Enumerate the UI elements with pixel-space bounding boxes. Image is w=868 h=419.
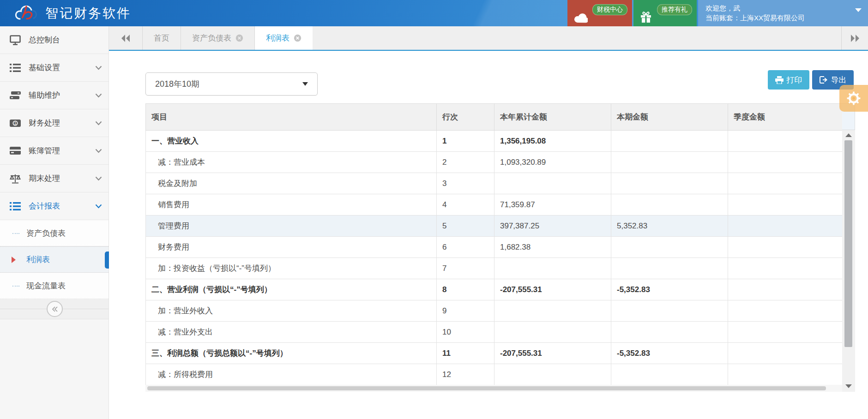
current-cell (611, 258, 728, 279)
table-row[interactable]: 加：营业外收入9 (146, 300, 843, 322)
ytd-cell: 1,356,195.08 (494, 131, 611, 152)
sidebar-item-balance-sheet[interactable]: 资产负债表 (0, 220, 108, 246)
tab-income-statement[interactable]: 利润表 (254, 26, 313, 50)
item-cell: 税金及附加 (146, 173, 437, 194)
tabs-scroll-right-button[interactable] (841, 26, 868, 50)
report-list-icon (9, 202, 21, 211)
line-cell: 7 (437, 258, 494, 279)
chevron-down-icon (95, 204, 102, 209)
current-cell (611, 194, 728, 215)
tabs-scroll-left-button[interactable] (109, 26, 142, 50)
tab-home[interactable]: 首页 (142, 26, 181, 50)
scroll-down-arrow-icon[interactable] (845, 384, 852, 388)
print-button[interactable]: 打印 (768, 70, 809, 90)
ytd-cell (494, 258, 611, 279)
ytd-cell: -207,555.31 (494, 279, 611, 300)
item-cell: 减：营业成本 (146, 152, 437, 173)
sidebar-item-label: 会计报表 (29, 201, 95, 211)
current-cell (611, 300, 728, 322)
scrollbar-track[interactable] (842, 130, 855, 392)
sidebar-item-accounting-reports[interactable]: 会计报表 (0, 192, 108, 220)
line-cell: 12 (437, 364, 494, 385)
sidebar-item-basic-settings[interactable]: 基础设置 (0, 54, 108, 82)
ytd-cell: -207,555.31 (494, 343, 611, 364)
table-row[interactable]: 减：所得税费用12 (146, 364, 843, 385)
selected-caret-icon (12, 257, 16, 263)
horizontal-scrollbar-thumb[interactable] (147, 386, 826, 390)
tab-label: 首页 (154, 33, 169, 43)
sidebar-item-income-statement[interactable]: 利润表 (0, 246, 108, 273)
tab-balance-sheet[interactable]: 资产负债表 (181, 26, 254, 50)
settings-gear-button[interactable] (839, 85, 868, 112)
sidebar-item-cash-flow[interactable]: 现金流量表 (0, 273, 108, 299)
chevron-down-icon (95, 66, 102, 70)
current-cell (611, 237, 728, 258)
table-row[interactable]: 减：营业外支出10 (146, 322, 843, 343)
period-select[interactable]: 2018年10期 (145, 72, 318, 96)
tab-label: 利润表 (266, 33, 289, 43)
column-header-item: 项目 (146, 104, 437, 131)
line-cell: 5 (437, 215, 494, 237)
current-cell (611, 364, 728, 385)
sidebar-item-label: 期末处理 (29, 173, 95, 184)
table-row[interactable]: 税金及附加3 (146, 173, 843, 194)
svg-text:1: 1 (14, 121, 16, 126)
income-statement-table: 项目 行次 本年累计金额 本期金额 季度金额 一、营业收入11,356,195.… (145, 103, 855, 385)
content-area: 首页 资产负债表 利润表 2018年10期 (109, 26, 868, 419)
table-row[interactable]: 销售费用471,359.87 (146, 194, 843, 215)
ytd-cell: 397,387.25 (494, 215, 611, 237)
referral-button[interactable]: 推荐有礼 (633, 0, 697, 26)
horizontal-scrollbar[interactable] (145, 385, 842, 392)
ytd-cell: 1,093,320.89 (494, 152, 611, 173)
sidebar-item-dashboard[interactable]: 总控制台 (0, 26, 108, 54)
table-row[interactable]: 财务费用61,682.38 (146, 237, 843, 258)
print-button-label: 打印 (787, 75, 802, 85)
line-cell: 9 (437, 300, 494, 322)
current-cell (611, 173, 728, 194)
monitor-icon (9, 35, 21, 45)
scrollbar-thumb[interactable] (844, 140, 852, 347)
current-cell: -5,352.83 (611, 343, 728, 364)
item-cell: 加：投资收益（亏损以“-”号填列） (146, 258, 437, 279)
sidebar-item-aux-maintenance[interactable]: 辅助维护 (0, 82, 108, 109)
chevron-down-icon (855, 8, 862, 12)
sidebar-item-label: 资产负债表 (26, 228, 66, 239)
printer-icon (775, 76, 784, 84)
column-header-quarter: 季度金额 (728, 104, 843, 131)
scroll-up-arrow-icon[interactable] (845, 133, 852, 137)
quarter-cell (728, 258, 843, 279)
close-icon[interactable] (294, 34, 301, 42)
ytd-cell (494, 364, 611, 385)
quarter-cell (728, 152, 843, 173)
item-cell: 一、营业收入 (146, 131, 437, 152)
current-cell (611, 322, 728, 343)
table-row[interactable]: 管理费用5397,387.255,352.83 (146, 215, 843, 237)
quarter-cell (728, 300, 843, 322)
tab-label: 资产负债表 (192, 33, 231, 43)
table-row[interactable]: 减：营业成本21,093,320.89 (146, 152, 843, 173)
line-cell: 10 (437, 322, 494, 343)
column-header-ytd: 本年累计金额 (494, 104, 611, 131)
sidebar-item-ledger-management[interactable]: 账簿管理 (0, 137, 108, 165)
column-header-current: 本期金额 (611, 104, 728, 131)
period-select-value: 2018年10期 (155, 78, 199, 90)
table-row[interactable]: 三、利润总额（亏损总额以“-”号填列）11-207,555.31-5,352.8… (146, 343, 843, 364)
table-row[interactable]: 二、营业利润（亏损以“-”号填列）8-207,555.31-5,352.83 (146, 279, 843, 300)
select-caret-icon (302, 82, 308, 86)
account-menu[interactable]: 欢迎您，武 当前账套：上海XX贸易有限公司 (698, 0, 868, 26)
table-row[interactable]: 加：投资收益（亏损以“-”号填列）7 (146, 258, 843, 279)
ytd-cell: 1,682.38 (494, 237, 611, 258)
close-icon[interactable] (235, 34, 243, 42)
sidebar-item-period-end[interactable]: 期末处理 (0, 165, 108, 192)
reports-submenu: 资产负债表 利润表 现金流量表 (0, 220, 108, 299)
table-row[interactable]: 一、营业收入11,356,195.08 (146, 131, 843, 152)
line-cell: 6 (437, 237, 494, 258)
tab-bar: 首页 资产负债表 利润表 (109, 26, 868, 51)
tax-center-button[interactable]: 财税中心 (567, 0, 632, 26)
sidebar-item-finance-processing[interactable]: 1 财务处理 (0, 109, 108, 137)
ytd-cell (494, 322, 611, 343)
quarter-cell (728, 131, 843, 152)
quarter-cell (728, 194, 843, 215)
selected-indicator (105, 251, 109, 269)
sidebar-collapse-button[interactable] (47, 301, 63, 317)
